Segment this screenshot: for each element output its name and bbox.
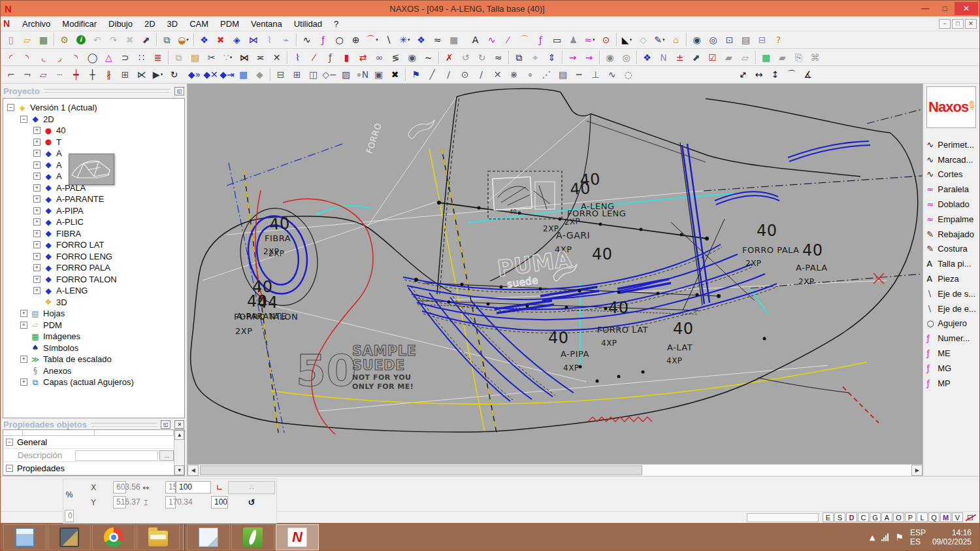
tool-paralela[interactable]: ≈Paralela: [926, 182, 979, 197]
delete-node-button[interactable]: ✖: [387, 67, 403, 82]
width-field[interactable]: 153.54: [165, 481, 176, 493]
save-file-button[interactable]: ▦: [35, 33, 52, 47]
expand-icon[interactable]: +: [33, 287, 41, 294]
collapse-v-button[interactable]: ≍: [252, 50, 269, 65]
collapse-h-button[interactable]: ⋈: [236, 50, 252, 65]
language-indicator[interactable]: ESP ES: [910, 528, 926, 546]
tree-item-a-pipa[interactable]: +◆A-PIPA: [3, 205, 184, 217]
text-frame-button[interactable]: ▣: [370, 67, 387, 82]
child-close-button[interactable]: ✕: [965, 19, 977, 29]
tool-agujero[interactable]: ○Agujero: [926, 316, 979, 331]
expand-icon[interactable]: +: [33, 241, 41, 248]
tree-item-anexos[interactable]: §Anexos: [3, 365, 184, 377]
expand-icon[interactable]: +: [33, 173, 41, 180]
delete-piece-button[interactable]: ✖: [212, 33, 229, 47]
figure-tool-button[interactable]: ♟: [565, 33, 581, 47]
printer-disabled-icon[interactable]: ⊟: [964, 512, 977, 522]
shape-ghost-1-button[interactable]: ▰: [721, 50, 737, 65]
fillet-corner-button[interactable]: ◜: [3, 50, 19, 65]
node-letter-button[interactable]: N: [655, 50, 672, 65]
redo-button[interactable]: ↷: [105, 33, 122, 47]
snap-letter-d[interactable]: D: [846, 512, 857, 522]
canvas[interactable]: 40FIBRA2XP2XP404044FORRO TALONA-PARANTE2…: [188, 84, 923, 464]
split-horizontal-button[interactable]: ⊟: [272, 67, 289, 82]
hatch-box-button[interactable]: ▨: [338, 67, 354, 82]
expand-icon[interactable]: +: [33, 253, 41, 260]
tray-collapse-icon[interactable]: ▲: [870, 533, 875, 542]
properties-section-propiedades[interactable]: − Propiedades: [3, 462, 174, 475]
description-more-button[interactable]: ...: [159, 450, 174, 461]
swap-curves-button[interactable]: ⇄: [355, 50, 371, 65]
zoom-gray-1-button[interactable]: ◉: [602, 50, 618, 65]
tool-eje-de-e-[interactable]: ∖Eje de e...: [926, 301, 979, 316]
height-field[interactable]: 170.34: [165, 496, 176, 509]
y-coordinate-field[interactable]: 515.37: [113, 496, 126, 509]
edit-piece-button[interactable]: ◈: [229, 33, 245, 47]
tree-item-pdm[interactable]: +▱PDM: [3, 320, 184, 331]
menu-utilidad[interactable]: Utilidad: [288, 16, 328, 31]
info-button[interactable]: i: [73, 33, 89, 47]
child-restore-button[interactable]: □: [952, 19, 964, 29]
tree-item-forro-leng[interactable]: +◆FORRO LENG: [3, 251, 184, 263]
expand-icon[interactable]: +: [33, 127, 41, 134]
taskbar-file-explorer-button[interactable]: [137, 524, 180, 550]
dashed-cross-button[interactable]: ⋇: [506, 67, 522, 82]
tree-item-forro-talon[interactable]: +◆FORRO TALON: [3, 274, 184, 286]
menu-2d[interactable]: 2D: [139, 16, 161, 31]
curve-points-button[interactable]: ≈: [429, 33, 446, 47]
line-tool-button[interactable]: ∖: [380, 33, 397, 47]
snap-letter-l[interactable]: L: [917, 512, 928, 522]
tree-item-a-plic[interactable]: +◆A-PLIC: [3, 216, 184, 228]
tool-mp[interactable]: ƒMP: [926, 376, 979, 391]
expand-icon[interactable]: +: [33, 184, 41, 192]
piece-remove-button[interactable]: ◆✕: [203, 67, 219, 82]
close-button[interactable]: ✕: [955, 2, 978, 15]
collapse-icon[interactable]: −: [6, 465, 13, 472]
new-piece-button[interactable]: ❖: [413, 33, 429, 47]
tree-item-s-mbolos[interactable]: ♠Símbolos: [3, 342, 184, 354]
marking-spline-button[interactable]: ƒ: [532, 33, 549, 47]
expand-icon[interactable]: +: [33, 207, 41, 214]
tool-eje-de-s-[interactable]: ∖Eje de s...: [926, 286, 979, 301]
menu-modificar[interactable]: Modificar: [56, 16, 103, 31]
snap-letter-v[interactable]: V: [952, 512, 963, 522]
panel-grip[interactable]: [44, 89, 171, 93]
collapse-icon[interactable]: −: [20, 116, 27, 123]
rivet-tool-button[interactable]: ⊙: [598, 33, 614, 47]
scrollbar-thumb[interactable]: [200, 465, 642, 475]
marking-wave-button[interactable]: ∿: [483, 33, 500, 47]
menu-archivo[interactable]: Archivo: [16, 16, 56, 31]
red-segment-button[interactable]: ⁄: [306, 50, 322, 65]
scale-icon[interactable]: ∟: [211, 482, 228, 492]
panel-grip[interactable]: [91, 423, 157, 427]
tool-mg[interactable]: ƒMG: [926, 361, 979, 376]
expand-icon[interactable]: +: [33, 150, 41, 157]
curve-arrow-2-button[interactable]: ⇝: [581, 50, 597, 65]
project-panel-dock-button[interactable]: ◱: [174, 87, 184, 95]
tree-item-versi-n-1-actual-[interactable]: −◈Versión 1 (Actual): [3, 102, 184, 114]
plus-minus-button[interactable]: ±: [672, 50, 688, 65]
piece-ghost-2-button[interactable]: ◆: [252, 67, 268, 82]
point-options-button[interactable]: ∵: [220, 50, 236, 65]
clock[interactable]: 14:16 09/02/2025: [932, 528, 972, 546]
measure-horizontal-button[interactable]: ↔: [751, 67, 767, 82]
color-palette-button[interactable]: ◒: [175, 33, 191, 47]
snap-letter-q[interactable]: Q: [928, 512, 939, 522]
export-report-button[interactable]: ⬈: [138, 33, 154, 47]
expand-icon[interactable]: +: [33, 218, 41, 225]
tool-costura[interactable]: ✎Costura: [926, 242, 979, 257]
wave-options-button[interactable]: ≈: [581, 33, 598, 47]
flip-vertical-button[interactable]: ⇕: [544, 50, 560, 65]
segment-2pt-button[interactable]: ╱: [424, 67, 440, 82]
delete-selection-button[interactable]: ✖: [122, 33, 138, 47]
shape-ghost-2-button[interactable]: ▱: [737, 50, 753, 65]
piece-plan-button[interactable]: ⌇: [261, 33, 278, 47]
taskbar-devices-button[interactable]: [48, 524, 91, 550]
dash-curve-button[interactable]: ⌇: [289, 50, 306, 65]
mini-dashes-button[interactable]: ┅: [571, 67, 587, 82]
red-cross-button[interactable]: ┿: [68, 67, 84, 82]
circle-tool-button[interactable]: ○: [331, 33, 348, 47]
d-shape-tool-button[interactable]: ⊃: [117, 50, 133, 65]
scroll-left-button[interactable]: ◀: [188, 465, 199, 476]
text-tool-button[interactable]: A: [467, 33, 483, 47]
